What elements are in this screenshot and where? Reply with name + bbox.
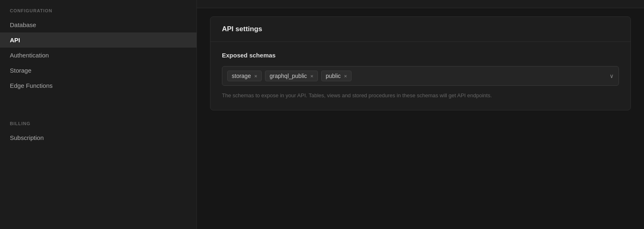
- card-header: API settings: [210, 17, 630, 42]
- sidebar-item-api[interactable]: API: [0, 32, 196, 48]
- schemas-help-text: The schemas to expose in your API. Table…: [222, 92, 591, 100]
- sidebar-item-label-authentication: Authentication: [10, 52, 49, 59]
- tag-public: public ×: [321, 71, 352, 81]
- tag-graphql-public: graphql_public ×: [265, 71, 318, 81]
- sidebar-item-label-api: API: [10, 37, 20, 44]
- configuration-section-label: CONFIGURATION: [0, 0, 196, 17]
- tag-storage: storage ×: [227, 71, 262, 81]
- tag-graphql-public-close[interactable]: ×: [310, 73, 313, 79]
- sidebar-item-label-edge-functions: Edge Functions: [10, 82, 53, 89]
- sidebar: CONFIGURATION Database API Authenticatio…: [0, 0, 197, 229]
- exposed-schemas-title: Exposed schemas: [222, 52, 619, 59]
- chevron-down-icon[interactable]: ∨: [610, 73, 614, 79]
- main-content: API settings Exposed schemas storage × g…: [197, 0, 644, 229]
- sidebar-item-edge-functions[interactable]: Edge Functions: [0, 78, 196, 93]
- tag-public-close[interactable]: ×: [344, 73, 347, 79]
- api-settings-title: API settings: [222, 25, 619, 33]
- schemas-multi-select[interactable]: storage × graphql_public × public × ∨: [222, 66, 619, 86]
- sidebar-item-subscription[interactable]: Subscription: [0, 130, 196, 145]
- tag-storage-label: storage: [232, 73, 251, 79]
- sidebar-item-label-database: Database: [10, 21, 36, 28]
- billing-section-label: BILLING: [0, 113, 196, 130]
- sidebar-item-label-storage: Storage: [10, 67, 32, 74]
- sidebar-item-label-subscription: Subscription: [10, 134, 44, 141]
- tag-graphql-public-label: graphql_public: [269, 73, 307, 79]
- api-settings-card: API settings Exposed schemas storage × g…: [210, 16, 631, 110]
- tag-storage-close[interactable]: ×: [254, 73, 258, 79]
- sidebar-item-authentication[interactable]: Authentication: [0, 48, 196, 63]
- top-bar-bottom: [197, 0, 644, 8]
- tag-public-label: public: [326, 73, 341, 79]
- sidebar-item-storage[interactable]: Storage: [0, 63, 196, 78]
- card-body: Exposed schemas storage × graphql_public…: [210, 42, 630, 110]
- sidebar-item-database[interactable]: Database: [0, 17, 196, 32]
